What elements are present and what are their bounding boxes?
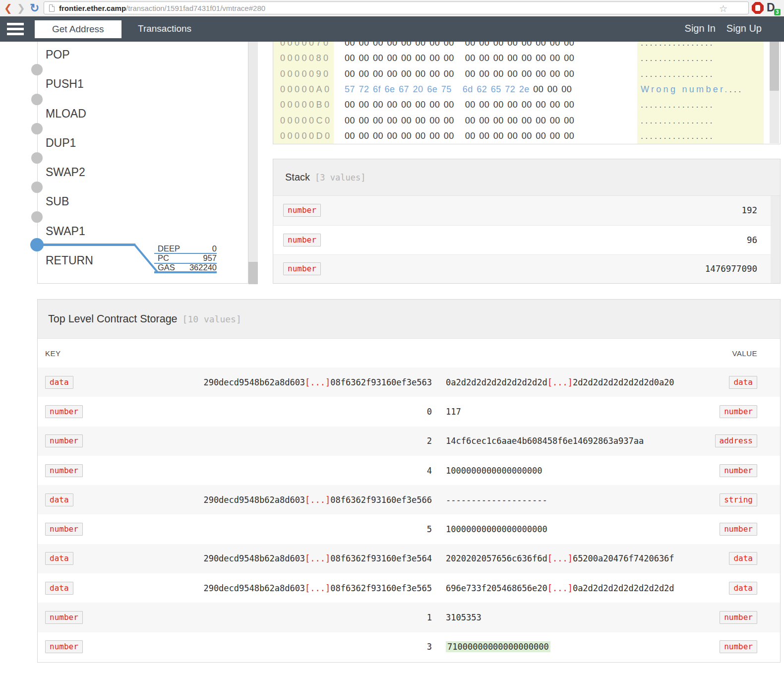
- opcode-label: POP: [46, 48, 70, 61]
- storage-key-type: number: [45, 640, 120, 653]
- storage-value: 3105353: [446, 613, 697, 622]
- storage-value-type: data: [703, 552, 757, 565]
- back-icon[interactable]: ❮: [4, 1, 12, 14]
- stack-value: 192: [741, 205, 757, 215]
- storage-key-type: data: [45, 493, 120, 506]
- stack-value: 96: [747, 235, 757, 245]
- memory-address: 0000090: [273, 66, 334, 82]
- storage-value: 71000000000000000000: [446, 642, 697, 652]
- memory-hex-group-1: 00 00 00 00 00 00 00 00: [345, 69, 454, 79]
- storage-key-type: data: [45, 376, 120, 389]
- storage-key: 3: [120, 642, 432, 652]
- transactions-link[interactable]: Transactions: [138, 23, 191, 34]
- current-instruction-marker: [30, 238, 44, 251]
- storage-value-type: string: [703, 493, 757, 506]
- opcode-list-item[interactable]: SWAP2: [38, 166, 248, 195]
- menu-hamburger-icon[interactable]: [7, 23, 24, 35]
- storage-key: 0: [120, 407, 432, 417]
- storage-value: 2020202057656c636f6d[...]65200a20476f742…: [446, 553, 697, 563]
- storage-count: [10 values]: [182, 314, 241, 324]
- memory-ascii: ................: [637, 113, 764, 128]
- storage-key: 290decd9548b62a8d603[...]08f6362f93160ef…: [120, 553, 432, 563]
- storage-header: Top Level Contract Storage [10 values]: [38, 300, 780, 339]
- storage-column-headers: KEY VALUE: [38, 339, 780, 368]
- storage-row: data 290decd9548b62a8d603[...]08f6362f93…: [38, 544, 780, 573]
- storage-value-type: number: [703, 523, 757, 536]
- opcode-list-item[interactable]: DUP1: [38, 136, 248, 166]
- memory-ascii: ................: [637, 97, 764, 113]
- current-instruction-line: [38, 244, 135, 246]
- storage-value-type: data: [703, 582, 757, 595]
- opcode-list-item[interactable]: POP: [38, 48, 248, 77]
- stack-type-badge: number: [283, 234, 321, 246]
- memory-hex-group-2: 00 00 00 00 00 00 00 00: [465, 100, 575, 110]
- memory-rows: 0000070 00 00 00 00 00 00 00 00 00 00 00…: [273, 35, 780, 144]
- opcode-label: DUP1: [46, 136, 76, 149]
- opcode-list-item[interactable]: PUSH1: [38, 77, 248, 107]
- opcode-list-item[interactable]: SUB: [38, 195, 248, 224]
- bookmark-star-icon[interactable]: ☆: [719, 3, 727, 14]
- memory-hex-group-1: 57 72 6f 6e 67 20 6e 75: [345, 84, 452, 95]
- storage-key-type: data: [45, 552, 120, 565]
- memory-row: 00000D0 00 00 00 00 00 00 00 00 00 00 00…: [273, 128, 780, 144]
- storage-value-type: address: [703, 434, 757, 447]
- get-address-button[interactable]: Get Address: [35, 20, 121, 38]
- opcode-list-item[interactable]: MLOAD: [38, 107, 248, 136]
- storage-key-type: number: [45, 523, 120, 536]
- forward-icon[interactable]: ❯: [17, 1, 25, 14]
- stack-panel: Stack [3 values] number 192 number 96 nu…: [273, 159, 781, 284]
- storage-row: number 1 3105353 number: [38, 603, 780, 632]
- instruction-info-callout: DEEP 0 PC 957 GAS 362240: [154, 245, 217, 273]
- storage-row: number 3 71000000000000000000 number: [38, 632, 780, 662]
- storage-row: number 4 1000000000000000000 number: [38, 456, 780, 485]
- memory-hex-group-1: 00 00 00 00 00 00 00 00: [345, 53, 454, 63]
- storage-row: data 290decd9548b62a8d603[...]08f6362f93…: [38, 573, 780, 603]
- memory-scrollbar-thumb[interactable]: [770, 41, 779, 91]
- storage-key: 5: [120, 524, 432, 534]
- opcode-label: MLOAD: [46, 107, 86, 120]
- reload-icon[interactable]: ↻: [30, 1, 39, 14]
- memory-ascii: ................: [637, 51, 764, 66]
- storage-value-type: number: [703, 640, 757, 653]
- pc-label: PC: [158, 253, 169, 263]
- vmtrace-page: ❮ ❯ ↻ frontier.ether.camp/transaction/15…: [0, 0, 784, 676]
- storage-row: number 5 10000000000000000000 number: [38, 514, 780, 544]
- extension-badge: 3: [774, 9, 781, 15]
- opcode-scrollbar-thumb[interactable]: [248, 262, 258, 284]
- adblock-stop-icon[interactable]: [752, 2, 764, 14]
- storage-row: data 290decd9548b62a8d603[...]08f6362f93…: [38, 485, 780, 514]
- storage-value-type: number: [703, 611, 757, 624]
- memory-hex-group-2: 00 00 00 00 00 00 00 00: [465, 131, 575, 141]
- opcode-scrollbar-track[interactable]: [248, 25, 258, 284]
- memory-hex-group-2: 00 00 00 00 00 00 00 00: [465, 69, 575, 79]
- storage-row: number 0 117 number: [38, 397, 780, 426]
- url-host: frontier.ether.camp: [59, 4, 126, 12]
- page-icon: [49, 4, 55, 12]
- sign-up-link[interactable]: Sign Up: [726, 23, 762, 34]
- memory-address: 00000B0: [273, 97, 334, 113]
- stack-type-badge: number: [283, 262, 321, 275]
- opcode-label: RETURN: [46, 254, 93, 267]
- storage-key: 290decd9548b62a8d603[...]08f6362f93160ef…: [120, 377, 432, 387]
- memory-panel: 0000070 00 00 00 00 00 00 00 00 00 00 00…: [273, 25, 781, 144]
- memory-row: 0000090 00 00 00 00 00 00 00 00 00 00 00…: [273, 66, 780, 82]
- memory-hex-group-2: 6d 62 65 72 2e 00 00 00: [463, 84, 572, 95]
- auth-links: Sign In Sign Up: [685, 23, 762, 34]
- stack-scrollbar-strip: [771, 196, 780, 283]
- url-text[interactable]: frontier.ether.camp/transaction/1591fad7…: [59, 4, 265, 12]
- storage-key-type: number: [45, 434, 120, 447]
- stack-count: [3 values]: [315, 173, 365, 183]
- url-path: /transaction/1591fad7431f01/vmtrace#280: [126, 4, 265, 12]
- sign-in-link[interactable]: Sign In: [685, 23, 716, 34]
- storage-key: 290decd9548b62a8d603[...]08f6362f93160ef…: [120, 495, 432, 505]
- extension-d-icon[interactable]: D3: [767, 1, 780, 15]
- gas-row: GAS 362240: [154, 264, 217, 273]
- value-column-header: VALUE: [732, 349, 757, 358]
- storage-value: 14cf6cec1c6aae4b608458f6e14692863a937aa: [446, 436, 697, 446]
- memory-row: 00000B0 00 00 00 00 00 00 00 00 00 00 00…: [273, 97, 780, 113]
- memory-row: 00000C0 00 00 00 00 00 00 00 00 00 00 00…: [273, 113, 780, 128]
- memory-ascii: Wrong number....: [637, 82, 764, 97]
- top-navbar: Get Address Transactions Sign In Sign Up: [0, 16, 784, 42]
- url-bar[interactable]: frontier.ether.camp/transaction/1591fad7…: [44, 1, 749, 14]
- memory-address: 00000A0: [273, 82, 334, 97]
